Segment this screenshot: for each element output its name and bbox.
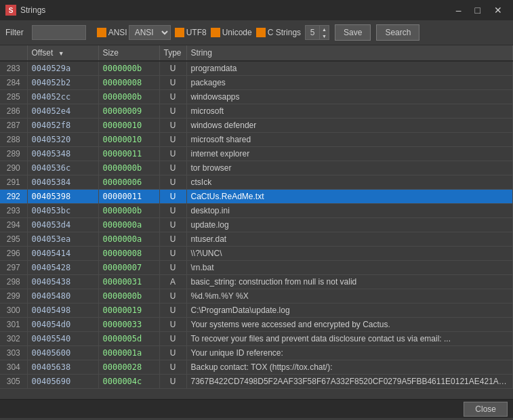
- unicode-color-box: [211, 28, 220, 37]
- strings-table-container[interactable]: Offset ▼ Size Type String 2830040529a000…: [0, 45, 513, 399]
- close-button[interactable]: Close: [464, 402, 508, 417]
- cell-offset: 00405498: [27, 303, 98, 318]
- table-row[interactable]: 2890040534800000011Uinternet explorer: [0, 147, 513, 161]
- filter-label: Filter: [5, 28, 24, 37]
- table-row[interactable]: 2920040539800000011UCaCtUs.ReAdMe.txt: [0, 190, 513, 204]
- table-row[interactable]: 305004056900000004cU7367B422CD7498D5F2AA…: [0, 375, 513, 389]
- offset-sort-icon: ▼: [58, 50, 64, 57]
- cell-offset: 00405414: [27, 247, 98, 261]
- cell-type: A: [159, 275, 186, 289]
- cell-size: 00000007: [98, 261, 159, 275]
- title-bar-left: S Strings: [5, 5, 45, 16]
- table-row[interactable]: 293004053bc0000000bUdesktop.ini: [0, 204, 513, 218]
- search-button[interactable]: Search: [376, 24, 419, 41]
- maximize-button[interactable]: □: [470, 4, 486, 16]
- table-row[interactable]: 2960040541400000008U\\?\UNC\: [0, 247, 513, 261]
- cell-string: Backup contact: TOX (https://tox.chat/):: [186, 360, 513, 375]
- cell-offset: 0040529a: [27, 61, 98, 76]
- table-row[interactable]: 302004055400000005dUTo recover your file…: [0, 332, 513, 346]
- cell-offset: 00405348: [27, 147, 98, 161]
- cstrings-label: C Strings: [268, 28, 301, 37]
- table-row[interactable]: 2880040532000000010Umicrosoft shared: [0, 133, 513, 147]
- table-row[interactable]: 285004052cc0000000bUwindowsapps: [0, 90, 513, 104]
- ansi-dropdown[interactable]: ANSI ASCII: [129, 25, 171, 40]
- cell-string: tor browser: [186, 161, 513, 175]
- cell-type: U: [159, 346, 186, 360]
- app-icon: S: [5, 5, 16, 16]
- cell-size: 0000001a: [98, 346, 159, 360]
- ansi-option[interactable]: ANSI: [97, 28, 127, 37]
- strings-table: Offset ▼ Size Type String 2830040529a000…: [0, 45, 513, 389]
- table-row[interactable]: 2980040543800000031Abasic_string: constr…: [0, 275, 513, 289]
- col-offset-header[interactable]: Offset ▼: [27, 45, 98, 61]
- cell-string: microsoft shared: [186, 133, 513, 147]
- cell-string: Your unique ID reference:: [186, 346, 513, 360]
- table-row[interactable]: 303004056000000001aUYour unique ID refer…: [0, 346, 513, 360]
- minimize-button[interactable]: –: [451, 4, 467, 16]
- cell-size: 00000011: [98, 190, 159, 204]
- cell-size: 0000000b: [98, 161, 159, 175]
- table-row[interactable]: 2830040529a0000000bUprogramdata: [0, 61, 513, 76]
- cell-size: 0000000b: [98, 204, 159, 218]
- cell-string: windows defender: [186, 119, 513, 133]
- cell-num: 300: [0, 303, 27, 318]
- utf8-color-box: [175, 28, 184, 37]
- col-type-header[interactable]: Type: [159, 45, 186, 61]
- cell-num: 298: [0, 275, 27, 289]
- table-row[interactable]: 2900040536c0000000bUtor browser: [0, 161, 513, 175]
- min-length-arrows: ▲ ▼: [319, 26, 329, 39]
- cell-type: U: [159, 119, 186, 133]
- table-row[interactable]: 299004054800000000bU%d.%m.%Y %X: [0, 289, 513, 303]
- cell-num: 293: [0, 204, 27, 218]
- cell-offset: 00405480: [27, 289, 98, 303]
- filter-input[interactable]: [32, 25, 86, 40]
- table-row[interactable]: 295004053ea0000000aUntuser.dat: [0, 232, 513, 247]
- table-row[interactable]: 2970040542800000007U\rn.bat: [0, 261, 513, 275]
- cell-offset: 00405428: [27, 261, 98, 275]
- table-row[interactable]: 284004052b200000008Upackages: [0, 76, 513, 90]
- min-length-up[interactable]: ▲: [320, 26, 329, 33]
- cell-type: U: [159, 318, 186, 332]
- table-row[interactable]: 301004054d000000033UYour systems were ac…: [0, 318, 513, 332]
- cell-offset: 00405398: [27, 190, 98, 204]
- col-string-header[interactable]: String: [186, 45, 513, 61]
- unicode-option[interactable]: Unicode: [211, 28, 252, 37]
- ansi-label: ANSI: [108, 28, 127, 37]
- cstrings-color-box: [256, 28, 266, 37]
- utf8-option[interactable]: UTF8: [175, 28, 207, 37]
- table-row[interactable]: 2910040538400000006UctsIck: [0, 175, 513, 190]
- min-length-down[interactable]: ▼: [320, 33, 329, 39]
- table-row[interactable]: 3040040563800000028UBackup contact: TOX …: [0, 360, 513, 375]
- cell-type: U: [159, 161, 186, 175]
- cell-type: U: [159, 61, 186, 76]
- cell-type: U: [159, 332, 186, 346]
- cell-size: 00000009: [98, 104, 159, 119]
- cell-size: 00000031: [98, 275, 159, 289]
- close-window-button[interactable]: ✕: [489, 4, 508, 16]
- cell-offset: 00405638: [27, 360, 98, 375]
- encoding-section: ANSI ANSI ASCII UTF8 Unicode C Strings: [97, 25, 329, 40]
- cell-num: 304: [0, 360, 27, 375]
- col-num-header: [0, 45, 27, 61]
- col-size-header[interactable]: Size: [98, 45, 159, 61]
- cell-size: 00000010: [98, 119, 159, 133]
- cell-size: 00000006: [98, 175, 159, 190]
- table-row[interactable]: 3000040549800000019UC:\ProgramData\updat…: [0, 303, 513, 318]
- cell-size: 00000008: [98, 76, 159, 90]
- ansi-dropdown-container: ANSI ANSI ASCII: [97, 25, 171, 40]
- table-row[interactable]: 286004052e400000009Umicrosoft: [0, 104, 513, 119]
- cell-type: U: [159, 147, 186, 161]
- cell-type: U: [159, 375, 186, 389]
- cell-string: ntuser.dat: [186, 232, 513, 247]
- cstrings-option[interactable]: C Strings: [256, 28, 301, 37]
- cell-num: 289: [0, 147, 27, 161]
- table-row[interactable]: 287004052f800000010Uwindows defender: [0, 119, 513, 133]
- cell-offset: 00405540: [27, 332, 98, 346]
- save-button[interactable]: Save: [335, 24, 371, 41]
- cell-num: 292: [0, 190, 27, 204]
- cell-num: 284: [0, 76, 27, 90]
- cell-size: 00000033: [98, 318, 159, 332]
- table-row[interactable]: 294004053d40000000aUupdate.log: [0, 218, 513, 232]
- cell-type: U: [159, 247, 186, 261]
- cell-type: U: [159, 204, 186, 218]
